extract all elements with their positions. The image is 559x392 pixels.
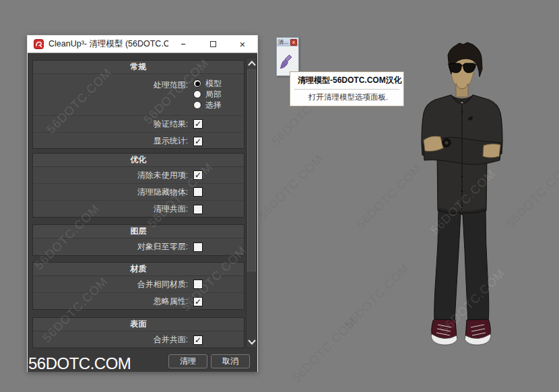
coplanar-row: 清理共面: xyxy=(33,201,244,218)
dialog-scrollbar[interactable] xyxy=(246,57,257,348)
scope-label: 处理范围: xyxy=(33,74,193,91)
scroll-up-button[interactable] xyxy=(246,58,257,69)
radio-selection[interactable]: 选择 xyxy=(193,100,222,110)
section-surfaces: 表面 合并共面: xyxy=(32,317,244,348)
radio-icon[interactable] xyxy=(193,101,201,109)
watermark: 56DOTC.COM xyxy=(289,315,360,385)
tool-tooltip: 清理模型-56DOTC.COM汉化 打开清理模型选项面板. xyxy=(290,71,404,106)
scope-radio-group: 模型 局部 选择 xyxy=(193,74,222,110)
layer0-checkbox[interactable] xyxy=(193,242,203,252)
chevron-down-icon xyxy=(248,339,256,345)
toolbar-title: 清... xyxy=(278,38,290,46)
maximize-icon xyxy=(210,41,216,47)
section-materials: 材质 合并相同材质: 忽略属性: xyxy=(32,262,244,310)
ignore-attrs-checkbox[interactable] xyxy=(193,297,203,306)
option-label: 对象归至零层: xyxy=(33,241,193,253)
dialog-title: CleanUp³- 清理模型 (56DOTC.COM... xyxy=(48,38,168,50)
cancel-button[interactable]: 取消 xyxy=(211,354,250,368)
section-title: 优化 xyxy=(33,154,244,167)
option-label: 验证结果: xyxy=(33,119,193,130)
radio-model[interactable]: 模型 xyxy=(193,78,222,89)
scrollbar-thumb[interactable] xyxy=(247,69,256,271)
radio-label: 模型 xyxy=(205,78,222,90)
coplanar-checkbox[interactable] xyxy=(193,205,203,214)
option-label: 忽略属性: xyxy=(33,296,193,307)
close-icon: × xyxy=(240,38,246,50)
merge-faces-row: 合并共面: xyxy=(33,331,244,348)
option-label: 清理共面: xyxy=(33,203,193,215)
sketchup-viewport: CleanUp³- 清理模型 (56DOTC.COM... – × 常规 处理范… xyxy=(0,0,559,392)
erase-hidden-row: 清理隐藏物体: xyxy=(33,184,244,201)
scope-row: 处理范围: 模型 局部 选择 xyxy=(33,74,244,116)
cleanup-tool-button[interactable] xyxy=(278,52,297,71)
option-label: 清理隐藏物体: xyxy=(33,187,193,198)
radio-local[interactable]: 局部 xyxy=(193,89,222,100)
close-button[interactable]: × xyxy=(228,36,257,53)
cleanup-app-icon xyxy=(34,39,44,49)
toolbar-close-button[interactable]: x xyxy=(290,39,297,46)
radio-icon[interactable] xyxy=(193,90,201,98)
stats-row: 显示统计: xyxy=(33,133,244,150)
radio-label: 局部 xyxy=(205,89,222,100)
validate-row: 验证结果: xyxy=(33,116,244,133)
dialog-content: 常规 处理范围: 模型 局部 选择 xyxy=(28,53,257,372)
watermark: 56DOTC.COM xyxy=(341,261,412,331)
chevron-up-icon xyxy=(248,61,256,66)
merge-materials-checkbox[interactable] xyxy=(193,280,203,289)
stats-checkbox[interactable] xyxy=(193,137,203,146)
tooltip-header: 清理模型-56DOTC.COM汉化 xyxy=(294,75,399,90)
purge-unused-checkbox[interactable] xyxy=(193,170,203,180)
section-layers: 图层 对象归至零层: xyxy=(32,224,244,256)
cleanup-toolbar-window[interactable]: 清... x xyxy=(276,37,299,76)
tooltip-description: 打开清理模型选项面板. xyxy=(308,92,399,102)
watermark-site-label: 56DOTC.COM xyxy=(28,354,131,373)
section-title: 图层 xyxy=(33,225,244,238)
minimize-button[interactable]: – xyxy=(168,36,198,53)
validate-checkbox[interactable] xyxy=(193,119,203,129)
merge-materials-row: 合并相同材质: xyxy=(33,276,244,293)
tooltip-title: 清理模型-56DOTC.COM汉化 xyxy=(298,75,402,86)
radio-label: 选择 xyxy=(205,100,222,111)
dialog-titlebar[interactable]: CleanUp³- 清理模型 (56DOTC.COM... – × xyxy=(28,36,257,53)
section-title: 材质 xyxy=(33,263,244,276)
merge-faces-checkbox[interactable] xyxy=(193,335,203,345)
purge-unused-row: 清除未使用项: xyxy=(33,167,244,184)
cleanup-dialog-window: CleanUp³- 清理模型 (56DOTC.COM... – × 常规 处理范… xyxy=(27,35,258,372)
option-label: 合并共面: xyxy=(33,334,193,346)
radio-icon[interactable] xyxy=(193,79,201,88)
option-label: 显示统计: xyxy=(33,135,193,147)
clean-button[interactable]: 清理 xyxy=(168,354,207,368)
option-label: 合并相同材质: xyxy=(33,279,193,290)
section-title: 表面 xyxy=(33,318,244,331)
erase-hidden-checkbox[interactable] xyxy=(193,187,203,197)
watermark: 56DOTC.COM xyxy=(354,161,424,232)
man-figure-drawing xyxy=(419,42,541,350)
ignore-attrs-row: 忽略属性: xyxy=(33,293,244,310)
3d-model-man[interactable] xyxy=(419,42,541,350)
layer0-row: 对象归至零层: xyxy=(33,238,244,255)
minimize-icon: – xyxy=(181,39,186,48)
section-optimize: 优化 清除未使用项: 清理隐藏物体: 清理共面: xyxy=(32,153,244,218)
window-controls: – × xyxy=(168,36,257,53)
section-title: 常规 xyxy=(33,61,244,74)
watermark: 56DOTC.COM xyxy=(255,152,326,222)
maximize-button[interactable] xyxy=(198,36,228,53)
section-general: 常规 处理范围: 模型 局部 选择 xyxy=(32,60,244,149)
option-label: 清除未使用项: xyxy=(33,170,193,181)
scroll-down-button[interactable] xyxy=(246,337,257,348)
broom-icon xyxy=(280,53,296,69)
toolbar-titlebar[interactable]: 清... x xyxy=(277,38,298,46)
